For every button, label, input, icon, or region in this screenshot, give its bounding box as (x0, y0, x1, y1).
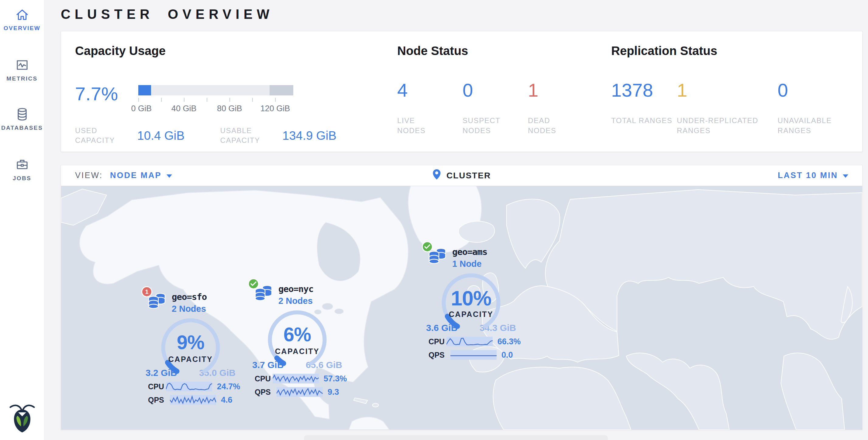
world-map: 1 geo=sfo 2 Nodes (61, 186, 862, 430)
cpu-row: CPU 66.3% (429, 337, 517, 346)
locality-marker-sfo[interactable]: 1 geo=sfo 2 Nodes (145, 292, 236, 405)
locality-marker-ams[interactable]: geo=ams 1 Node 10% CAPACITY 3.6 GiB 34.3… (426, 247, 517, 360)
capacity-bar-ticks (138, 98, 293, 102)
capacity-bar-tick-labels: 0 GiB 40 GiB 80 GiB 120 GiB (138, 104, 293, 114)
node-map-card: VIEW: NODE MAP CLUSTER LAST 10 MIN (61, 165, 863, 430)
capacity-bar: 0 GiB 40 GiB 80 GiB 120 GiB (138, 85, 293, 114)
capacity-usage-title: Capacity Usage (75, 44, 336, 58)
chevron-down-icon (166, 175, 172, 178)
live-nodes-stat: 4 LIVE NODES (397, 81, 463, 135)
qps-sparkline (277, 387, 323, 397)
metrics-chart-icon (0, 58, 44, 72)
view-label: VIEW: (75, 171, 103, 180)
sidebar-item-label: METRICS (0, 75, 44, 82)
healthy-badge (422, 241, 433, 252)
sidebar-item-metrics[interactable]: METRICS (0, 58, 44, 82)
view-mode-dropdown[interactable]: NODE MAP (110, 171, 172, 180)
cpu-row: CPU 57.3% (255, 374, 343, 383)
sidebar-item-label: JOBS (0, 175, 44, 182)
qps-sparkline (170, 395, 216, 405)
home-icon (0, 8, 44, 22)
gauge-caption: CAPACITY (438, 310, 504, 319)
node-status-section: Node Status 4 LIVE NODES 0 SUSPECT NODES… (397, 44, 593, 135)
usable-capacity-label: USABLE CAPACITY (220, 126, 269, 145)
gauge-caption: CAPACITY (264, 347, 331, 356)
view-toolbar: VIEW: NODE MAP CLUSTER LAST 10 MIN (61, 165, 862, 186)
sidebar-item-databases[interactable]: DATABASES (0, 107, 44, 131)
qps-row: QPS 4.6 (148, 395, 236, 405)
gauge-percent: 9% (157, 331, 224, 354)
locality-marker-nyc[interactable]: geo=nyc 2 Nodes 6% CAPACITY 3.7 GiB 65.6… (252, 284, 343, 397)
dead-nodes-stat: 1 DEAD NODES (528, 81, 593, 135)
suspect-nodes-stat: 0 SUSPECT NODES (463, 81, 528, 135)
cockroachdb-logo[interactable] (8, 403, 36, 433)
database-stack-icon (253, 284, 274, 303)
capacity-usage-section: Capacity Usage 7.7% 0 GiB 40 GiB 80 GiB … (75, 44, 336, 145)
capacity-bar-reserved (270, 85, 293, 95)
gauge-percent: 10% (438, 286, 504, 310)
map-pin-icon (432, 169, 441, 182)
used-capacity-label: USED CAPACITY (75, 126, 124, 145)
locality-node-count: 2 Nodes (172, 304, 207, 314)
under-replicated-ranges-stat: 1 UNDER-REPLICATED RANGES (677, 81, 777, 135)
capacity-bar-fill (138, 85, 151, 95)
cpu-row: CPU 24.7% (148, 382, 236, 391)
replication-status-section: Replication Status 1378 TOTAL RANGES 1 U… (611, 44, 862, 135)
replication-status-title: Replication Status (611, 44, 862, 58)
sidebar: OVERVIEW METRICS DATABASES (0, 0, 44, 440)
locality-name: geo=nyc (278, 284, 313, 294)
qps-row: QPS 0.0 (429, 350, 517, 360)
time-range-dropdown[interactable]: LAST 10 MIN (778, 171, 848, 180)
sidebar-item-jobs[interactable]: JOBS (0, 157, 44, 182)
locality-node-count: 1 Node (452, 259, 487, 269)
dead-node-badge: 1 (141, 286, 152, 297)
gauge-caption: CAPACITY (157, 355, 224, 364)
gauge-percent: 6% (264, 323, 331, 346)
database-stack-icon: 1 (147, 292, 167, 311)
healthy-badge (248, 278, 259, 289)
capacity-usage-percent: 7.7% (75, 85, 138, 103)
total-ranges-stat: 1378 TOTAL RANGES (611, 81, 677, 135)
sidebar-item-label: DATABASES (0, 125, 44, 131)
qps-sparkline (451, 350, 497, 360)
cpu-sparkline (166, 382, 212, 391)
briefcase-icon (0, 157, 44, 172)
below-fold-panel-edge (304, 435, 608, 440)
used-capacity-value: 10.4 GiB (137, 129, 185, 143)
cluster-summary-card: Capacity Usage 7.7% 0 GiB 40 GiB 80 GiB … (61, 31, 863, 152)
locality-breadcrumb[interactable]: CLUSTER (432, 169, 491, 182)
chevron-down-icon (843, 175, 848, 178)
database-stack-icon (427, 247, 447, 266)
cpu-sparkline (446, 337, 493, 346)
database-icon (0, 107, 44, 122)
locality-node-count: 2 Nodes (278, 296, 313, 306)
cpu-sparkline (273, 374, 319, 383)
locality-name: geo=sfo (172, 292, 207, 302)
unavailable-ranges-stat: 0 UNAVAILABLE RANGES (777, 81, 862, 135)
sidebar-item-label: OVERVIEW (0, 25, 44, 32)
page-title: CLUSTER OVERVIEW (61, 7, 274, 22)
node-status-title: Node Status (397, 44, 593, 58)
usable-capacity-value: 134.9 GiB (282, 129, 336, 143)
locality-name: geo=ams (452, 247, 487, 257)
qps-row: QPS 9.3 (255, 387, 343, 397)
sidebar-item-overview[interactable]: OVERVIEW (0, 8, 44, 32)
